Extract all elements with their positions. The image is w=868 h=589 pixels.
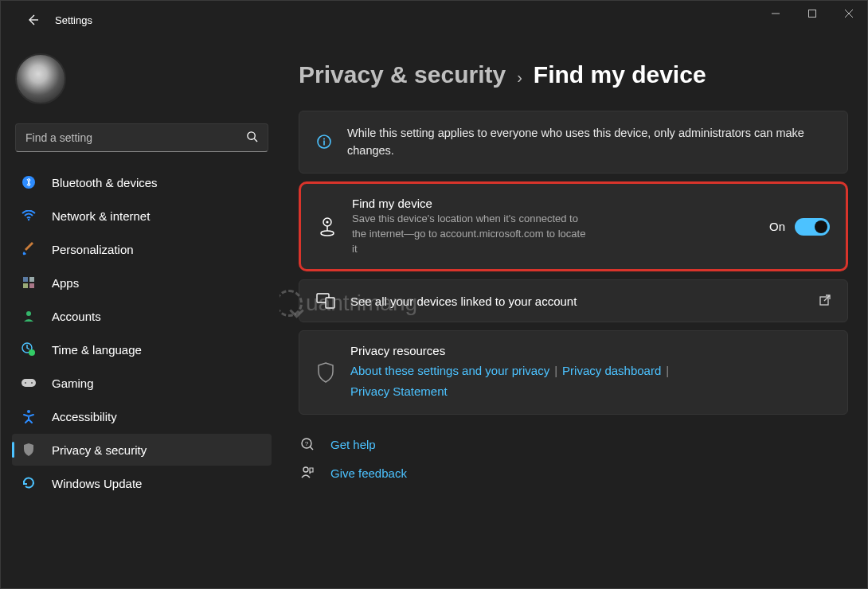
give-feedback-label: Give feedback — [330, 466, 407, 480]
help-icon: ? — [299, 437, 316, 451]
linked-devices-label: See all your devices linked to your acco… — [350, 294, 804, 308]
svg-rect-0 — [809, 10, 816, 18]
search-icon — [246, 131, 258, 145]
sidebar-item-network-internet[interactable]: Network & internet — [12, 200, 272, 232]
titlebar: Settings — [1, 1, 867, 39]
gamepad-icon — [20, 374, 37, 392]
arrow-left-icon — [26, 14, 39, 26]
close-icon — [845, 10, 853, 18]
svg-text:?: ? — [305, 440, 309, 447]
search-box[interactable] — [15, 123, 268, 152]
find-my-device-toggle[interactable] — [795, 218, 830, 236]
apps-icon — [20, 274, 37, 291]
external-link-icon — [819, 294, 831, 309]
paintbrush-icon — [20, 240, 37, 258]
svg-rect-11 — [22, 379, 36, 387]
privacy-resources-links: About these settings and your privacy|Pr… — [350, 361, 831, 401]
window-controls — [757, 1, 867, 39]
svg-point-16 — [323, 138, 325, 140]
svg-rect-4 — [23, 277, 28, 282]
shield-icon — [20, 441, 37, 458]
svg-rect-22 — [326, 298, 334, 308]
sidebar-item-personalization[interactable]: Personalization — [12, 233, 272, 265]
avatar — [15, 53, 66, 104]
svg-point-19 — [326, 220, 328, 223]
sidebar-item-label: Accounts — [52, 310, 101, 323]
sidebar-item-accessibility[interactable]: Accessibility — [12, 400, 272, 432]
svg-point-13 — [31, 382, 33, 384]
setting-title: Find my device — [352, 197, 755, 210]
sidebar-item-time-language[interactable]: Time & language — [12, 334, 272, 365]
back-button[interactable] — [17, 4, 49, 36]
breadcrumb-parent[interactable]: Privacy & security — [299, 61, 506, 88]
sidebar-item-accounts[interactable]: Accounts — [12, 300, 272, 332]
sidebar-item-windows-update[interactable]: Windows Update — [12, 467, 272, 499]
clock-globe-icon — [20, 341, 37, 358]
maximize-button[interactable] — [794, 1, 831, 26]
page-title: Find my device — [534, 61, 706, 88]
link-privacy-dashboard[interactable]: Privacy dashboard — [562, 364, 661, 377]
svg-point-3 — [28, 219, 29, 220]
info-text: While this setting applies to everyone w… — [347, 124, 831, 160]
svg-point-26 — [303, 467, 308, 472]
search-input[interactable] — [25, 131, 246, 144]
shield-outline-icon — [315, 362, 336, 383]
sidebar: Bluetooth & devices Network & internet P… — [1, 39, 280, 588]
toggle-state-label: On — [769, 220, 785, 233]
svg-rect-5 — [29, 277, 34, 282]
minimize-button[interactable] — [757, 1, 794, 26]
update-icon — [20, 474, 37, 492]
sidebar-item-label: Privacy & security — [52, 443, 147, 457]
breadcrumb: Privacy & security › Find my device — [299, 61, 848, 88]
svg-rect-6 — [23, 283, 28, 288]
sidebar-item-label: Accessibility — [52, 410, 117, 423]
sidebar-item-bluetooth-devices[interactable]: Bluetooth & devices — [12, 166, 272, 198]
sidebar-item-label: Windows Update — [52, 477, 142, 490]
maximize-icon — [808, 10, 816, 18]
privacy-resources-title: Privacy resources — [350, 344, 831, 357]
sidebar-item-label: Network & internet — [52, 209, 150, 223]
svg-point-8 — [26, 311, 31, 316]
person-icon — [20, 307, 37, 325]
give-feedback-link[interactable]: Give feedback — [299, 466, 848, 480]
wifi-icon — [20, 207, 37, 224]
sidebar-item-label: Bluetooth & devices — [52, 176, 158, 189]
sidebar-item-label: Apps — [52, 276, 79, 290]
svg-point-14 — [27, 410, 30, 413]
location-pin-icon — [317, 216, 338, 237]
content-area: Privacy & security › Find my device Whil… — [280, 39, 867, 588]
get-help-link[interactable]: ? Get help — [299, 437, 848, 451]
linked-devices-row[interactable]: See all your devices linked to your acco… — [299, 279, 848, 322]
nav-list: Bluetooth & devices Network & internet P… — [10, 166, 273, 499]
svg-point-20 — [321, 231, 334, 236]
svg-point-12 — [25, 382, 26, 384]
app-title: Settings — [55, 14, 92, 26]
bluetooth-icon — [20, 174, 37, 191]
profile-block[interactable] — [10, 49, 273, 117]
info-banner: While this setting applies to everyone w… — [299, 111, 848, 174]
get-help-label: Get help — [330, 438, 376, 451]
chevron-right-icon: › — [517, 68, 522, 87]
devices-icon — [315, 293, 336, 309]
feedback-icon — [299, 466, 316, 480]
sidebar-item-privacy-security[interactable]: Privacy & security — [12, 434, 272, 466]
sidebar-item-label: Time & language — [52, 343, 142, 357]
link-about-settings-privacy[interactable]: About these settings and your privacy — [350, 364, 549, 377]
sidebar-item-label: Personalization — [52, 243, 134, 256]
info-icon — [315, 133, 333, 150]
svg-rect-7 — [29, 283, 34, 288]
minimize-icon — [772, 10, 780, 18]
svg-point-1 — [248, 132, 255, 139]
accessibility-icon — [20, 408, 37, 425]
sidebar-item-label: Gaming — [52, 376, 94, 390]
sidebar-item-apps[interactable]: Apps — [12, 267, 272, 298]
svg-rect-17 — [323, 141, 325, 146]
close-button[interactable] — [831, 1, 867, 26]
find-my-device-row: Find my device Save this device's locati… — [299, 181, 848, 272]
privacy-resources-card: Privacy resources About these settings a… — [299, 330, 848, 415]
link-privacy-statement[interactable]: Privacy Statement — [350, 384, 448, 398]
setting-description: Save this device's location when it's co… — [352, 212, 591, 257]
svg-point-10 — [29, 349, 35, 356]
footer-links: ? Get help Give feedback — [299, 437, 848, 480]
sidebar-item-gaming[interactable]: Gaming — [12, 367, 272, 399]
